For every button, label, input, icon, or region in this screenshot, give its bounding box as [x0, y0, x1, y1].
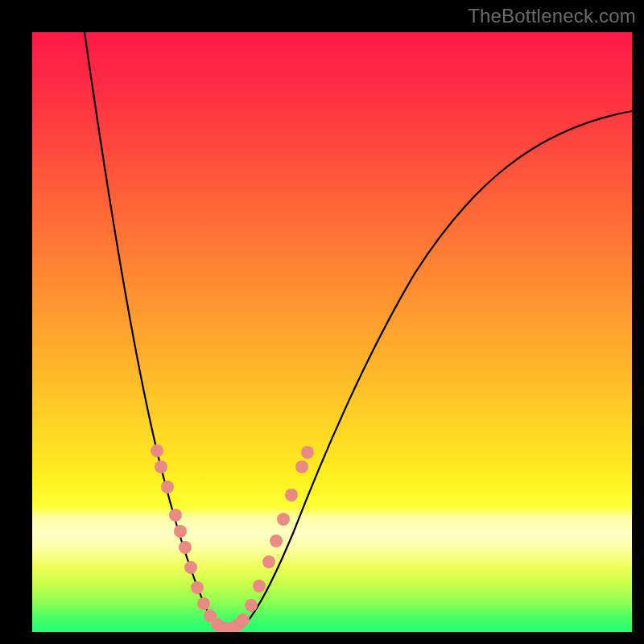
curve-right-branch: [224, 111, 632, 630]
data-point: [155, 460, 167, 473]
data-point: [253, 580, 266, 592]
data-point: [285, 489, 298, 502]
data-point: [301, 446, 314, 459]
data-point: [184, 561, 197, 574]
chart-frame: TheBottleneck.com: [0, 0, 644, 644]
data-point: [174, 525, 187, 538]
dots-left-group: [151, 444, 230, 632]
data-point: [197, 597, 210, 610]
data-point: [277, 513, 290, 526]
data-point: [179, 541, 192, 554]
data-point: [295, 460, 308, 473]
data-point: [169, 509, 182, 522]
data-point: [237, 613, 250, 626]
plot-area: [32, 32, 632, 632]
data-point: [262, 555, 275, 568]
data-point: [151, 444, 163, 457]
data-point: [270, 535, 283, 547]
curve-left-branch: [85, 32, 224, 630]
data-point: [161, 481, 174, 493]
data-point: [245, 599, 258, 612]
data-point: [191, 581, 204, 594]
curve-layer: [32, 32, 632, 632]
watermark-text: TheBottleneck.com: [468, 5, 636, 27]
dots-right-group: [225, 446, 314, 632]
